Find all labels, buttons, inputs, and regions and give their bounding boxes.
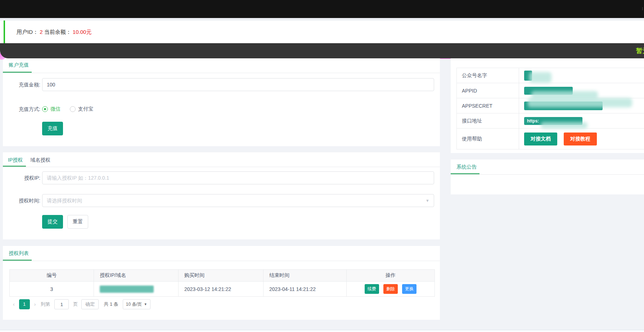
account-info-table: 公众号名字 APPID APPSECRET: [456, 68, 644, 149]
goto-confirm-button[interactable]: 确定: [81, 299, 99, 309]
tab-ip-auth[interactable]: IP授权: [8, 157, 23, 163]
col-ip-domain: 授权IP/域名: [94, 270, 179, 282]
next-page-icon[interactable]: ›: [31, 301, 40, 307]
pagination: ‹ 1 › 到第 页 确定 共 1 条 10 条/页 ▼: [9, 299, 150, 310]
auth-list-card: 授权列表 编号 授权IP/域名 购买时间 结束时间 操作 3 2023-03-1…: [3, 246, 440, 320]
table-row: 3 2023-03-12 14:21:22 2023-04-11 14:21:2…: [10, 282, 435, 297]
user-id-label: 用户ID：: [17, 29, 38, 35]
user-info-text: 用户ID： 2 当前余额： 10.00元: [17, 21, 91, 43]
auth-table: 编号 授权IP/域名 购买时间 结束时间 操作 3 2023-03-12 14:…: [9, 269, 435, 297]
nav-bar: 暂无: [0, 43, 644, 58]
redaction-wash: [529, 72, 551, 83]
label-appid: APPID: [457, 83, 519, 98]
chevron-down-icon: ▼: [425, 194, 429, 207]
method-radio-group: 微信 支付宝: [42, 103, 93, 116]
announcement-marquee: 暂无: [636, 43, 644, 58]
announcement-card: 系统公告: [451, 160, 644, 194]
divider: [3, 167, 440, 167]
auth-time-label: 授权时间:: [9, 194, 40, 207]
chevron-down-icon: ▼: [144, 302, 147, 306]
col-id: 编号: [10, 270, 94, 282]
goto-page-input[interactable]: [54, 299, 69, 309]
alipay-radio[interactable]: [70, 106, 76, 112]
label-help: 使用帮助: [457, 129, 519, 149]
wechat-radio-label[interactable]: 微信: [50, 106, 60, 112]
info-row-help: 使用帮助 对接文档 对接教程: [457, 129, 644, 149]
user-id-value: 2: [40, 29, 42, 35]
redacted-ip-value: [100, 286, 154, 293]
divider: [451, 174, 644, 175]
screen: ⁝ 用户ID： 2 当前余额： 10.00元 暂无 账户充值 充值金额: 充值方…: [0, 0, 644, 332]
col-buy-time: 购买时间: [179, 270, 264, 282]
auth-time-placeholder: 请选择授权时间: [47, 198, 82, 203]
recharge-card: 账户充值 充值金额: 充值方式: 微信 支付宝 充值: [3, 58, 440, 146]
value-appsecret: [519, 98, 644, 113]
auth-ip-input[interactable]: [42, 171, 434, 184]
bottom-strip: [0, 330, 644, 332]
user-info-bar: 用户ID： 2 当前余额： 10.00元: [0, 21, 644, 43]
cell-id: 3: [10, 282, 94, 297]
account-info-card: 公众号名字 APPID APPSECRET: [451, 58, 644, 153]
renew-button[interactable]: 续费: [365, 284, 379, 294]
green-accent-bar: [4, 21, 5, 43]
auth-ip-label: 授权IP:: [9, 171, 40, 184]
col-end-time: 结束时间: [264, 270, 347, 282]
delete-button[interactable]: 删除: [383, 284, 398, 294]
cell-ip-domain: [94, 282, 179, 297]
total-count-label: 共 1 条: [104, 301, 118, 308]
amount-input[interactable]: [42, 78, 434, 91]
page-unit-label: 页: [73, 301, 78, 308]
label-api-address: 接口地址: [457, 113, 519, 129]
page-size-value: 10 条/页: [126, 301, 142, 308]
cell-buy-time: 2023-03-12 14:21:22: [179, 282, 264, 297]
cell-end-time: 2023-04-11 14:21:22: [264, 282, 347, 297]
redaction-wash: [541, 122, 587, 129]
announcement-title: 系统公告: [456, 164, 477, 170]
top-black-bar: ⁝: [0, 0, 644, 18]
value-help: 对接文档 对接教程: [519, 129, 644, 149]
redaction-wash: [528, 98, 632, 107]
recharge-submit-button[interactable]: 充值: [42, 122, 63, 135]
api-url-prefix: https:: [527, 117, 539, 125]
balance-label: 当前余额：: [44, 29, 71, 35]
ip-auth-card: IP授权 域名授权 授权IP: 授权时间: 请选择授权时间 ▼ 提交 重置: [3, 152, 440, 239]
method-label: 充值方式:: [9, 103, 40, 116]
auth-list-title: 授权列表: [9, 250, 29, 257]
prev-page-icon[interactable]: ‹: [9, 301, 18, 307]
tab-domain-auth[interactable]: 域名授权: [30, 157, 50, 163]
alipay-radio-label[interactable]: 支付宝: [78, 106, 93, 112]
info-row-appid: APPID: [457, 83, 644, 98]
page-1-button[interactable]: 1: [19, 299, 30, 309]
docs-button[interactable]: 对接文档: [524, 133, 557, 145]
label-account-name: 公众号名字: [457, 68, 519, 83]
label-appsecret: APPSECRET: [457, 98, 519, 113]
recharge-card-title: 账户充值: [9, 62, 29, 68]
auth-time-select[interactable]: 请选择授权时间 ▼: [42, 194, 434, 207]
info-row-appsecret: APPSECRET: [457, 98, 644, 113]
page-size-select[interactable]: 10 条/页 ▼: [123, 299, 150, 309]
cell-actions: 续费 删除 更换: [347, 282, 435, 297]
auth-submit-button[interactable]: 提交: [42, 215, 63, 229]
wechat-radio[interactable]: [42, 106, 48, 112]
replace-button[interactable]: 更换: [402, 284, 416, 294]
value-appid: [519, 83, 644, 98]
divider: [3, 261, 440, 261]
goto-label: 到第: [41, 301, 50, 308]
info-row-name: 公众号名字: [457, 68, 644, 83]
topbar-corner-icon[interactable]: ⁝: [642, 6, 643, 11]
value-api-address: https:: [519, 113, 644, 129]
amount-label: 充值金额:: [9, 78, 40, 91]
divider: [3, 73, 440, 73]
balance-value: 10.00元: [73, 29, 92, 35]
info-row-api: 接口地址 https:: [457, 113, 644, 129]
auth-reset-button[interactable]: 重置: [67, 215, 88, 229]
value-account-name: [519, 68, 644, 83]
auth-table-header-row: 编号 授权IP/域名 购买时间 结束时间 操作: [10, 270, 435, 282]
col-actions: 操作: [347, 270, 435, 282]
tutorial-button[interactable]: 对接教程: [564, 133, 597, 145]
userbar-gap: [0, 18, 644, 21]
